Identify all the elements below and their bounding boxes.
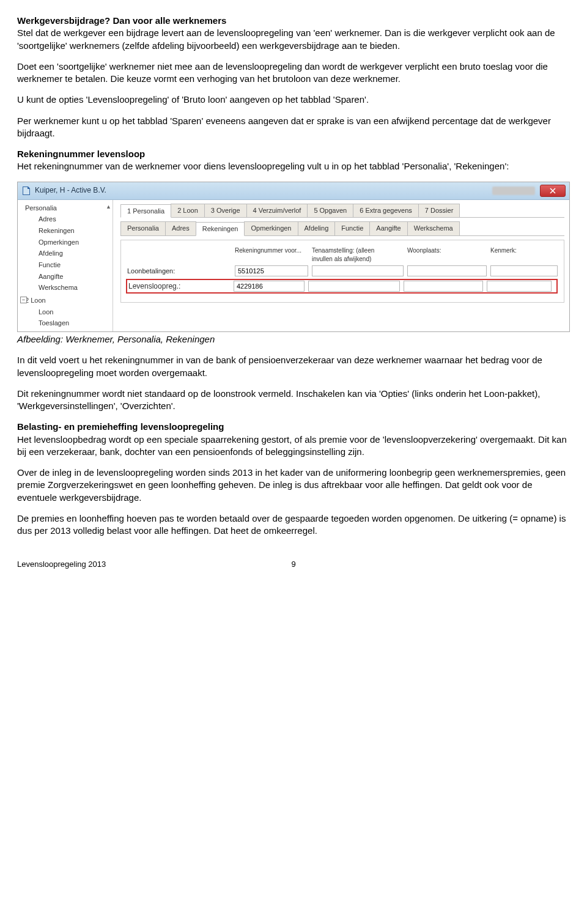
sub-tabs: Personalia Adres Rekeningen Opmerkingen …: [120, 221, 564, 236]
tree-node[interactable]: Rekeningen: [21, 225, 111, 237]
rekeningen-panel: Rekeningnummer voor... Tenaamstelling: (…: [120, 240, 564, 303]
tree-node[interactable]: Afdeling: [21, 248, 111, 259]
tab-personalia[interactable]: 1 Personalia: [120, 204, 171, 218]
paragraph: Stel dat de werkgever een bijdrage lever…: [17, 28, 555, 50]
main-tabs: 1 Personalia 2 Loon 3 Overige 4 Verzuim/…: [120, 204, 564, 218]
tree-node[interactable]: Opmerkingen: [21, 237, 111, 248]
screenshot-window: Kuiper, H - Active B.V. ▲ Personalia Adr…: [17, 182, 570, 333]
tab-opgaven[interactable]: 5 Opgaven: [307, 204, 353, 218]
image-caption: Afbeelding: Werknemer, Personalia, Reken…: [17, 333, 570, 346]
close-button[interactable]: [540, 185, 566, 197]
heading-werkgeversbijdrage: Werkgeversbijdrage? Dan voor alle werkne…: [17, 15, 226, 26]
tenaamstelling-input[interactable]: [312, 265, 404, 276]
footer-text: Levensloopregeling 2013: [17, 559, 281, 570]
kenmerk-input[interactable]: [487, 281, 552, 292]
tab-extra[interactable]: 6 Extra gegevens: [353, 204, 419, 218]
nav-tree[interactable]: ▲ Personalia Adres Rekeningen Opmerkinge…: [18, 200, 113, 332]
col-header: Tenaamstelling: (alleen: [312, 247, 374, 254]
page-number: 9: [281, 559, 306, 570]
tree-node[interactable]: Adres: [21, 213, 111, 225]
tab-dossier[interactable]: 7 Dossier: [418, 204, 460, 218]
woonplaats-input[interactable]: [404, 281, 483, 292]
paragraph: In dit veld voert u het rekeningnummer i…: [17, 354, 570, 379]
app-icon: [21, 186, 31, 196]
row-label: Levensloopreg.:: [128, 281, 230, 291]
paragraph: Per werknemer kunt u op het tabblad 'Spa…: [17, 115, 570, 140]
subtab-adres[interactable]: Adres: [165, 221, 196, 235]
tree-node[interactable]: Aangifte: [21, 271, 111, 283]
tree-node[interactable]: Loon: [21, 306, 111, 318]
col-header: Woonplaats:: [407, 246, 487, 263]
subtab-aangifte[interactable]: Aangifte: [369, 221, 407, 235]
tab-overige[interactable]: 3 Overige: [204, 204, 247, 218]
subtab-rekeningen[interactable]: Rekeningen: [196, 222, 245, 236]
page-footer: Levensloopregeling 2013 9: [17, 559, 570, 570]
col-header: Rekeningnummer voor...: [235, 246, 308, 263]
tenaamstelling-input[interactable]: [308, 281, 400, 292]
levensloop-input[interactable]: [234, 281, 305, 292]
tree-node-loon[interactable]: 2 Loon: [25, 297, 46, 304]
paragraph: Over de inleg in de levensloopregeling w…: [17, 467, 570, 504]
paragraph: Dit rekeningnummer wordt niet standaard …: [17, 388, 570, 413]
row-label: Loonbetalingen:: [127, 267, 231, 276]
tree-expander-icon[interactable]: −: [20, 297, 27, 303]
subtab-afdeling[interactable]: Afdeling: [298, 221, 336, 235]
tree-node[interactable]: Functie: [21, 259, 111, 271]
paragraph: U kunt de opties 'Levensloopregeling' of…: [17, 94, 570, 106]
kenmerk-input[interactable]: [490, 265, 558, 276]
woonplaats-input[interactable]: [407, 265, 487, 276]
subtab-werkschema[interactable]: Werkschema: [407, 221, 460, 235]
paragraph: Doet een 'soortgelijke' werknemer niet m…: [17, 61, 570, 86]
heading-belasting: Belasting- en premieheffing levensloopre…: [17, 421, 224, 432]
paragraph: Het rekeningnummer van de werknemer voor…: [17, 161, 509, 171]
tree-node[interactable]: Werkschema: [21, 282, 111, 294]
heading-rekeningnummer: Rekeningnummer levensloop: [17, 149, 145, 159]
paragraph: De premies en loonheffing hoeven pas te …: [17, 512, 570, 538]
subtab-functie[interactable]: Functie: [334, 221, 370, 235]
table-row: Loonbetalingen:: [127, 265, 558, 276]
col-header: invullen als afwijkend): [312, 256, 371, 262]
blurred-region: [492, 187, 535, 195]
col-header: Kenmerk:: [490, 246, 558, 263]
tab-verzuim[interactable]: 4 Verzuim/verlof: [246, 204, 308, 218]
paragraph: Het levensloopbedrag wordt op een specia…: [17, 434, 567, 457]
titlebar: Kuiper, H - Active B.V.: [18, 182, 569, 200]
tab-loon[interactable]: 2 Loon: [171, 204, 205, 218]
subtab-opmerkingen[interactable]: Opmerkingen: [244, 221, 298, 235]
loonbetalingen-input[interactable]: [235, 265, 308, 276]
tree-node-personalia[interactable]: Personalia: [25, 204, 57, 212]
subtab-personalia[interactable]: Personalia: [120, 221, 166, 235]
table-row-highlighted: Levensloopreg.:: [126, 279, 558, 294]
window-title: Kuiper, H - Active B.V.: [35, 185, 492, 195]
tree-node[interactable]: Toeslagen: [21, 317, 111, 329]
